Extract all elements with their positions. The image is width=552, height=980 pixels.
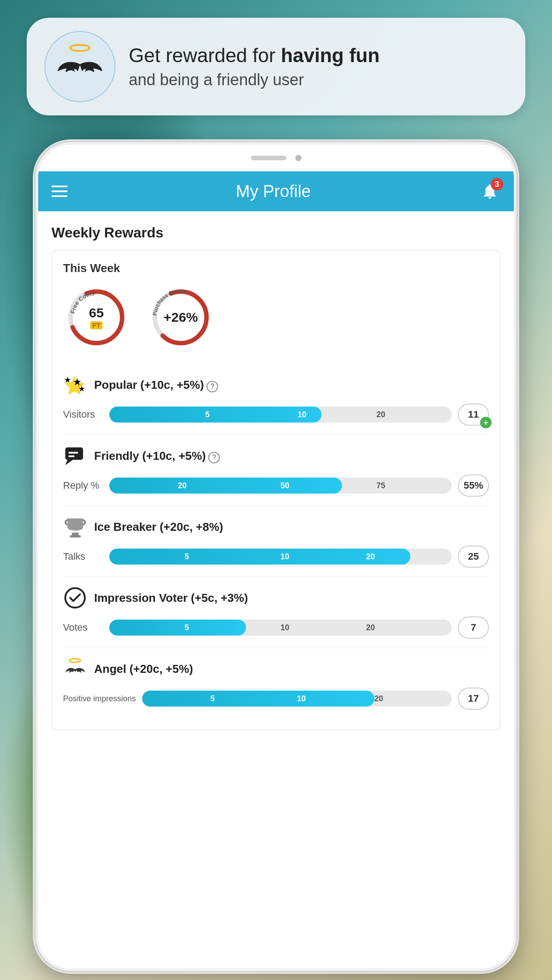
free-coins-ring: Free Coins 65 PT (63, 284, 130, 351)
angel-current-value: 17 (468, 693, 479, 704)
friendly-icon (63, 444, 87, 468)
friendly-progress-fill (109, 478, 342, 494)
svg-point-18 (70, 659, 80, 662)
voter-value-badge: 7 (458, 616, 489, 639)
reward-header-friendly: Friendly (+10c, +5%)? (63, 444, 489, 468)
phone-speaker (251, 156, 286, 160)
voter-progress-label: Votes (63, 622, 103, 633)
popular-progress-bar: 5 10 20 (109, 407, 452, 423)
voter-title: Impression Voter (+5c, +3%) (94, 591, 248, 605)
popular-current-value: 11 (468, 409, 479, 420)
friendly-progress-row: Reply % 20 50 75 55% (63, 474, 489, 497)
hamburger-menu-icon[interactable] (52, 186, 68, 197)
icebreaker-progress-row: Talks 5 10 20 25 (63, 545, 489, 568)
notification-button[interactable]: 3 (479, 181, 500, 202)
icebreaker-tick-1: 5 (185, 549, 189, 565)
angel-tick-2: 10 (297, 691, 306, 707)
rewards-card: This Week (52, 250, 500, 730)
notification-badge: 3 (491, 178, 503, 190)
popular-progress-row: Visitors 5 10 20 11 + (63, 403, 489, 426)
svg-rect-15 (72, 533, 79, 535)
banner-title: Get rewarded for having fun (129, 44, 508, 67)
trophy-icon (63, 515, 87, 539)
angel-title: Angel (+20c, +5%) (94, 662, 193, 676)
friendly-tick-3: 75 (376, 478, 385, 494)
voter-icon (63, 586, 87, 610)
banner-title-bold: having fun (281, 44, 379, 66)
page-title: My Profile (236, 182, 311, 201)
popular-help[interactable]: ? (207, 381, 218, 392)
popular-tick-2: 10 (298, 407, 306, 423)
icebreaker-tick-3: 20 (366, 549, 375, 565)
reward-header-angel: Angel (+20c, +5%) (63, 657, 489, 681)
angel-wings-icon (53, 40, 107, 93)
voter-progress-bar: 5 10 20 (109, 620, 452, 636)
svg-marker-12 (65, 460, 73, 465)
angel-tick-3: 20 (374, 691, 383, 707)
svg-rect-16 (70, 535, 81, 537)
friendly-value-badge: 55% (458, 474, 489, 497)
free-coins-value: 65 (89, 305, 103, 320)
angel-icon-container (44, 31, 115, 102)
friendly-tick-1: 20 (178, 478, 187, 494)
purchase-bonus-center: +26% (163, 310, 198, 325)
voter-current-value: 7 (471, 622, 476, 633)
reward-header-popular: ⭐ ★ ★ ★ Popular (+10c, +5%)? (63, 373, 489, 397)
purchase-bonus-value: +26% (163, 310, 198, 325)
friendly-help[interactable]: ? (208, 452, 220, 463)
friendly-progress-bar: 20 50 75 (109, 478, 452, 494)
free-coins-center: 65 PT (89, 305, 103, 329)
hamburger-line-2 (52, 190, 68, 192)
angel-tick-1: 5 (210, 691, 214, 707)
angel-value-badge: 17 (458, 688, 489, 710)
popular-icon: ⭐ ★ ★ ★ (63, 373, 87, 397)
voter-tick-1: 5 (185, 620, 189, 636)
angel-progress-label: Positive impressions (63, 694, 136, 703)
angel-icon (63, 657, 87, 681)
rings-row: Free Coins 65 PT (63, 284, 489, 351)
voter-tick-3: 20 (366, 620, 375, 636)
phone-inner: My Profile 3 Weekly Rewards This Week (38, 145, 514, 968)
banner-title-regular: Get rewarded for (129, 44, 281, 66)
popular-plus-badge: + (480, 417, 492, 428)
stars-icon: ⭐ ★ ★ ★ (63, 373, 87, 397)
hamburger-line-3 (52, 195, 68, 197)
checkmark-circle-icon (63, 586, 87, 610)
phone-camera (295, 155, 302, 161)
friendly-tick-2: 50 (281, 478, 290, 494)
section-title: Weekly Rewards (52, 225, 500, 241)
icebreaker-value-badge: 25 (458, 545, 489, 568)
svg-point-17 (65, 588, 85, 608)
voter-progress-fill (109, 620, 246, 636)
reward-item-popular: ⭐ ★ ★ ★ Popular (+10c, +5%)? Visitors (63, 364, 489, 435)
free-coins-pt: PT (90, 321, 103, 329)
icebreaker-tick-2: 10 (281, 549, 290, 565)
svg-text:★: ★ (64, 375, 71, 384)
svg-point-0 (70, 45, 90, 51)
icebreaker-progress-fill (109, 549, 410, 565)
phone-top-bar (38, 145, 514, 171)
icebreaker-title: Ice Breaker (+20c, +8%) (94, 520, 223, 534)
angel-progress-bar: 5 10 20 (142, 691, 452, 707)
icebreaker-current-value: 25 (468, 551, 479, 562)
chat-icon (63, 444, 87, 468)
icebreaker-icon (63, 515, 87, 539)
reward-item-icebreaker: Ice Breaker (+20c, +8%) Talks 5 10 20 (63, 506, 489, 577)
app-content: My Profile 3 Weekly Rewards This Week (38, 171, 514, 968)
reward-item-angel: Angel (+20c, +5%) Positive impressions 5… (63, 648, 489, 719)
friendly-title: Friendly (+10c, +5%)? (94, 449, 220, 463)
popular-progress-fill (109, 407, 322, 423)
voter-progress-row: Votes 5 10 20 7 (63, 616, 489, 639)
banner-subtitle: and being a friendly user (129, 71, 508, 89)
top-banner: Get rewarded for having fun and being a … (27, 18, 525, 115)
popular-tick-3: 20 (376, 407, 385, 423)
svg-rect-13 (68, 452, 78, 454)
phone-frame: My Profile 3 Weekly Rewards This Week (36, 142, 516, 971)
icebreaker-progress-label: Talks (63, 551, 103, 562)
icebreaker-progress-bar: 5 10 20 (109, 549, 452, 565)
voter-tick-2: 10 (281, 620, 290, 636)
app-body[interactable]: Weekly Rewards This Week (38, 211, 514, 968)
reward-header-icebreaker: Ice Breaker (+20c, +8%) (63, 515, 489, 539)
purchase-bonus-ring: Purchase Bonus +26% (147, 284, 214, 351)
svg-rect-14 (68, 455, 75, 457)
